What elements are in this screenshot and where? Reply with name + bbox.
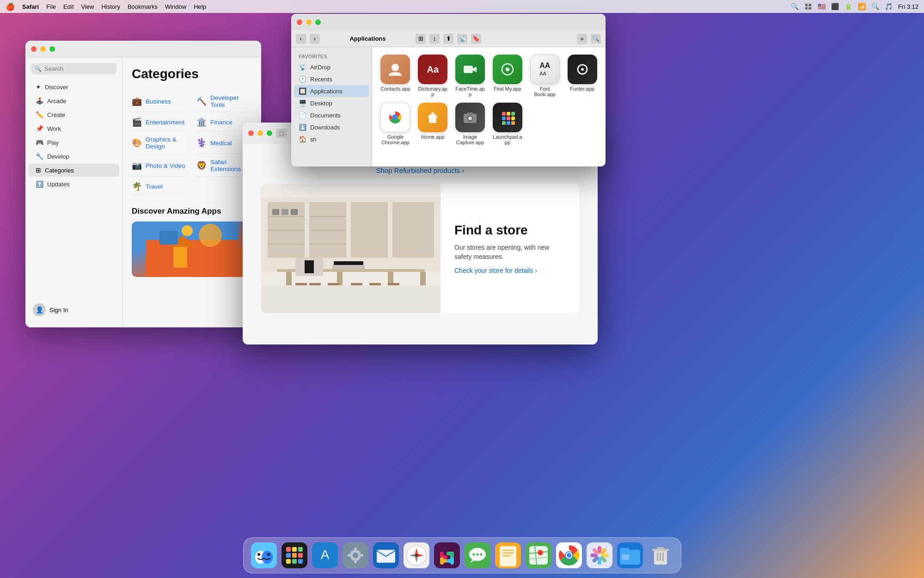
search-box[interactable]: 🔍	[31, 63, 116, 74]
sidebar-item-updates[interactable]: ⬆️ Updates	[28, 178, 119, 191]
finder-sidebar-sh[interactable]: 🏠 sh	[291, 133, 372, 145]
updates-icon: ⬆️	[36, 180, 43, 188]
minimize-button[interactable]	[40, 46, 46, 52]
app-tile-dictionary[interactable]: Aa Dictionary.app	[417, 55, 449, 97]
finder-sort-button[interactable]: ↕	[429, 34, 440, 44]
category-entertainment[interactable]: 🎬 Entertainment	[132, 113, 187, 131]
finder-bookmark-button[interactable]: 🔖	[471, 34, 481, 44]
svg-rect-53	[332, 264, 365, 269]
downloads-icon: ⬇️	[299, 123, 306, 131]
svg-rect-73	[298, 553, 303, 558]
sh-icon: 🏠	[299, 135, 306, 143]
menubar-battery-icon[interactable]: 🔋	[844, 3, 852, 10]
finder-sidebar-airdrop[interactable]: 📡 AirDrop	[291, 61, 372, 73]
dock-photos[interactable]	[586, 541, 613, 569]
finder-share-button[interactable]: ⬆	[443, 34, 453, 44]
sidebar-item-arcade[interactable]: 🕹️ Arcade	[28, 94, 119, 107]
menubar-help[interactable]: Help	[194, 3, 206, 10]
svg-rect-23	[507, 112, 510, 116]
menubar-bookmarks[interactable]: Bookmarks	[128, 3, 158, 10]
dock-chrome[interactable]	[555, 541, 583, 569]
app-tile-funter[interactable]: Funter.app	[566, 55, 598, 97]
menubar-file[interactable]: File	[46, 3, 56, 10]
finder-sidebar-applications[interactable]: 🔲 Applications	[294, 85, 369, 97]
dock-launchpad[interactable]	[281, 541, 308, 569]
menubar-left: 🍎 Safari File Edit View History Bookmark…	[6, 2, 206, 11]
svg-rect-137	[622, 554, 629, 560]
dock-trash[interactable]	[647, 541, 674, 569]
category-business[interactable]: 💼 Business	[132, 91, 187, 112]
dock-finder[interactable]	[250, 541, 278, 569]
sidebar-item-develop[interactable]: 🔧 Develop	[28, 150, 119, 163]
category-photo-video[interactable]: 📷 Photo & Video	[132, 155, 187, 177]
safari-close-button[interactable]	[248, 130, 254, 136]
sidebar-item-discover[interactable]: ✦ Discover	[28, 80, 119, 93]
finder-airdrop-button[interactable]: 📡	[457, 34, 467, 44]
safari-sidebar-button[interactable]: ⬚	[276, 129, 287, 138]
menubar-window-icon[interactable]: ⬛	[831, 3, 839, 10]
finder-minimize-button[interactable]	[306, 19, 312, 25]
menubar-wifi-icon[interactable]: 📶	[858, 3, 866, 10]
app-tile-findmy[interactable]: Find My.app	[492, 55, 524, 97]
sidebar-item-play[interactable]: 🎮 Play	[28, 136, 119, 149]
menubar-view[interactable]: View	[81, 3, 94, 10]
discover-banner[interactable]	[132, 221, 252, 277]
finder-more-button[interactable]: »	[577, 34, 587, 44]
sidebar-item-categories[interactable]: ⊞ Categories	[28, 164, 119, 177]
finder-sidebar-documents[interactable]: 📄 Documents	[291, 109, 372, 121]
dock-safari[interactable]	[403, 541, 430, 569]
dock-messages[interactable]	[464, 541, 491, 569]
dock-slack[interactable]	[433, 541, 461, 569]
svg-rect-144	[662, 553, 664, 561]
finder-forward-button[interactable]: ›	[310, 34, 320, 44]
check-store-link[interactable]: Check your store for details ›	[454, 267, 565, 274]
menubar-control-center[interactable]: 🎛️	[804, 3, 812, 10]
dock-mail[interactable]	[372, 541, 400, 569]
app-tile-chrome[interactable]: Google Chrome.app	[379, 103, 411, 145]
finder-sidebar-desktop[interactable]: 🖥️ Desktop	[291, 97, 372, 109]
sidebar-item-create[interactable]: ✏️ Create	[28, 108, 119, 121]
search-input[interactable]	[44, 65, 113, 72]
dock-myfinder[interactable]	[616, 541, 644, 569]
safari-minimize-button[interactable]	[257, 130, 263, 136]
sidebar-item-work[interactable]: 📌 Work	[28, 122, 119, 135]
app-tile-facetime[interactable]: FaceTime.app	[454, 55, 486, 97]
close-button[interactable]	[31, 46, 37, 52]
category-graphics[interactable]: 🎨 Graphics & Design	[132, 132, 187, 154]
dock-maps[interactable]	[525, 541, 552, 569]
category-developer-tools[interactable]: 🔨 Developer Tools	[196, 91, 252, 112]
finder-maximize-button[interactable]	[315, 19, 321, 25]
menubar-history[interactable]: History	[101, 3, 120, 10]
menubar-search-icon2[interactable]: 🔍	[871, 3, 879, 10]
app-tile-imagecapture[interactable]: Image Capture.app	[454, 103, 486, 145]
finder-search-button[interactable]: 🔍	[591, 34, 601, 44]
app-tile-fontbook[interactable]: AAAA Font Book.app	[529, 55, 561, 97]
finder-sidebar-downloads[interactable]: ⬇️ Downloads	[291, 121, 372, 133]
documents-icon: 📄	[299, 111, 306, 119]
finder-back-button[interactable]: ‹	[296, 34, 306, 44]
finder-view-options[interactable]: ⊞	[416, 34, 426, 44]
app-tile-home[interactable]: Home.app	[417, 103, 449, 145]
menubar-search-icon[interactable]: 🔍	[791, 3, 799, 10]
shop-refurbished-link[interactable]: Shop Refurbished products ›	[261, 166, 579, 174]
finder-sidebar-recents[interactable]: 🕐 Recents	[291, 73, 372, 85]
sign-in-button[interactable]: 👤 Sign In	[25, 298, 122, 322]
facetime-icon	[455, 55, 485, 84]
dock-appstore[interactable]: A	[311, 541, 339, 569]
apple-menu-icon[interactable]: 🍎	[6, 2, 15, 11]
maximize-button[interactable]	[49, 46, 55, 52]
category-travel[interactable]: 🌴 Travel	[132, 178, 187, 196]
menubar-app-name[interactable]: Safari	[22, 3, 39, 10]
menubar-flag-icon[interactable]: 🇺🇸	[818, 3, 826, 10]
dock-notes[interactable]	[494, 541, 522, 569]
safari-maximize-button[interactable]	[267, 130, 272, 136]
menubar-edit[interactable]: Edit	[63, 3, 73, 10]
menubar-notif-icon[interactable]: 🎵	[885, 3, 893, 10]
menubar-window[interactable]: Window	[165, 3, 186, 10]
app-tile-launchpad[interactable]: Launchpad.app	[492, 103, 524, 145]
finder-close-button[interactable]	[297, 19, 302, 25]
dock-system-preferences[interactable]	[342, 541, 369, 569]
app-tile-contacts[interactable]: Contacts.app	[379, 55, 411, 97]
svg-rect-56	[295, 283, 307, 285]
categories-icon: ⊞	[36, 166, 41, 174]
